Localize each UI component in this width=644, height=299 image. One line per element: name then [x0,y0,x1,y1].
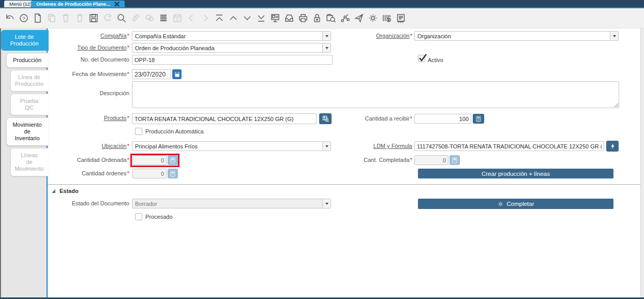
chat-icon [144,13,155,23]
qty-completed-input[interactable] [414,155,448,165]
doc-no-input[interactable] [132,55,333,65]
sidebar-tab-label: Línea de [12,74,47,81]
collapse-triangle-icon [52,189,55,193]
bom-label: LDM y Fórmula [327,141,412,151]
calendar-button[interactable] [172,69,182,79]
required-marker: * [127,143,129,149]
doc-type-value: Orden de Producción Planeada [132,45,322,51]
chevron-down-icon[interactable] [610,32,618,40]
save-icon[interactable] [88,13,99,23]
sidebar-tab-label: de [12,159,47,166]
auto-production-label: Producción Automática [145,128,204,136]
bom-input[interactable] [414,141,604,151]
sidebar-tab-label: Producción [8,57,47,64]
sidebar-tab-prueba-qc: PruebaQC [10,94,49,115]
gear-icon [497,201,504,207]
qty-completed-calculator-button[interactable] [450,155,460,165]
qty-ordered-label: Cantidad Ordenada* [48,155,129,165]
company-label: Compañía* [48,31,129,41]
estado-section-header[interactable]: Estado [52,188,79,194]
section-separator [48,184,640,185]
first-record-icon[interactable] [214,13,224,23]
processed-label: Procesado [145,213,173,221]
send-icon[interactable] [354,13,364,23]
location-select[interactable]: Principal Alimentos Fríos [132,141,331,151]
zoom-across-icon[interactable] [326,13,336,23]
calendar-icon [174,71,180,78]
lock-icon[interactable] [312,13,322,23]
sidebar-tab-label: QC [12,104,47,111]
archive-icon[interactable] [284,13,294,23]
product-attribute-icon[interactable] [382,13,392,23]
close-icon[interactable] [114,2,119,7]
qty-completed-label: Cant. Completada* [327,155,412,165]
qty-orders-calculator-button[interactable] [168,169,178,178]
product-input[interactable] [132,113,317,124]
sidebar-tab-label: Producción [12,81,47,87]
qty-ordered-input[interactable] [132,155,167,165]
required-marker: * [127,44,129,51]
help-icon[interactable]: ? [19,13,29,23]
chevron-down-icon[interactable] [322,43,331,52]
settings-icon[interactable] [368,13,378,23]
doc-status-select[interactable]: Borrador [132,199,331,208]
active-checkbox[interactable] [418,55,425,62]
sidebar-tabs: Lote deProducciónProducciónLínea deProdu… [1,30,48,178]
sidebar-tab-label: Movimiento [12,166,47,172]
bom-zoom-button[interactable] [606,141,619,152]
print-icon[interactable] [298,13,308,23]
grid-toggle-icon[interactable] [158,13,169,23]
chevron-down-icon[interactable] [322,199,331,208]
sidebar-tab-label: de [8,128,47,135]
required-marker: * [127,33,129,39]
next-record-icon[interactable] [242,13,252,23]
refresh-icon [102,13,113,23]
movement-date-input[interactable] [132,69,171,79]
attachment-icon [130,13,141,23]
required-marker: * [410,115,412,122]
calendar-icon: 31 [172,13,183,23]
right-scroll-strip[interactable] [640,28,644,297]
complete-button[interactable]: Completar [418,199,613,209]
new-record-icon[interactable] [33,13,43,23]
tab-ordenes-produccion[interactable]: Ordenes de Producción Plane... [31,1,125,7]
qty-orders-input[interactable] [132,169,167,178]
sidebar-tab-label: Lote de [2,34,47,40]
qty-orders-label: Cantidad órdenes* [48,169,129,178]
sidebar-tab-lote-de-produccion[interactable]: Lote deProducción [1,30,49,51]
create-production-button[interactable]: Crear producción + líneas [418,169,613,178]
doc-type-select[interactable]: Orden de Producción Planeada [132,43,331,53]
copy-record-icon [47,13,57,23]
workflow-icon[interactable] [340,13,350,23]
qty-to-receive-input[interactable] [414,114,471,124]
calculator-icon [170,171,175,177]
last-record-icon[interactable] [256,13,266,23]
description-textarea[interactable] [132,81,619,108]
processed-checkbox[interactable] [135,213,142,220]
qty-ordered-calculator-button[interactable] [168,155,178,165]
find-icon[interactable] [116,13,127,23]
required-marker: * [127,157,129,163]
sidebar: Lote deProducciónProducciónLínea deProdu… [0,28,48,297]
organization-select[interactable]: Organización [414,31,619,41]
sidebar-tab-lineas-de-movimiento: LíneasdeMovimiento [10,148,49,176]
sidebar-tab-label: Producción [2,40,47,47]
calculator-icon [476,116,481,122]
delete-record-icon [61,13,71,23]
calculator-icon [170,157,175,163]
detail-record-icon [200,13,211,23]
sidebar-tab-movimiento-de-inventario[interactable]: MovimientodeInventario [6,117,49,146]
company-select[interactable]: Compañía Estándar [132,31,331,41]
report-icon[interactable] [396,13,406,23]
auto-production-checkbox[interactable] [135,128,142,135]
previous-record-icon[interactable] [228,13,238,23]
qty-to-receive-calculator-button[interactable] [473,114,484,124]
create-production-label: Crear producción + líneas [482,171,550,177]
window-tab-strip: Menú (12) Ordenes de Producción Plane... [0,0,644,7]
sidebar-tab-produccion[interactable]: Producción [6,53,49,68]
svg-text:31: 31 [176,18,179,21]
location-value: Principal Alimentos Fríos [132,143,322,150]
sidebar-tab-label: Líneas [12,152,47,159]
workflow-board-icon[interactable] [270,13,280,23]
undo-icon[interactable] [5,13,15,23]
